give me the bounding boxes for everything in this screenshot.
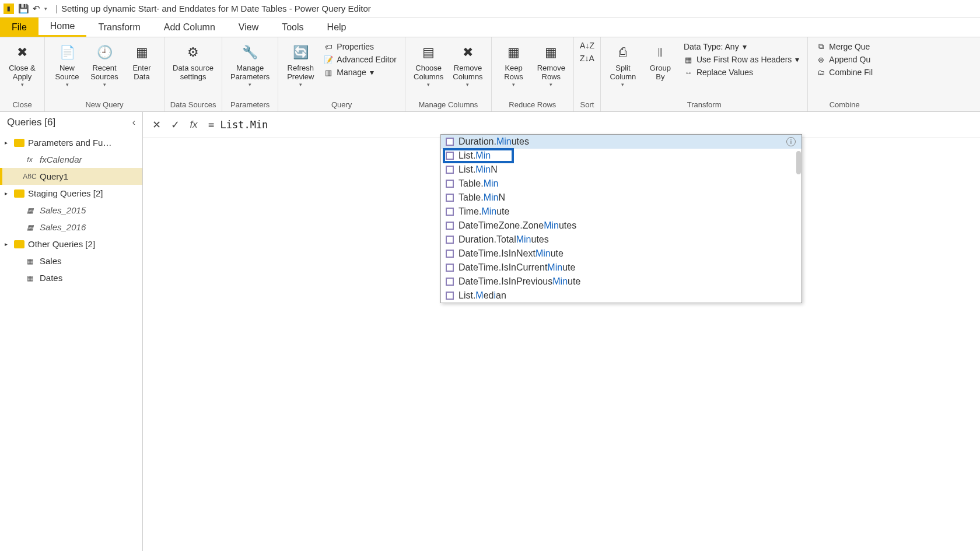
choose-columns-icon: ▤ [418,42,439,63]
function-icon [446,292,454,300]
advanced-editor-button[interactable]: 📝Advanced Editor [321,54,399,65]
tab-tools[interactable]: Tools [270,17,315,37]
group-label-manage-columns: Manage Columns [418,99,478,111]
main-area: Queries [6] ‹ ▸Parameters and Fu…fxfxCal… [0,112,980,551]
new-source-button[interactable]: 📄New Source▾ [50,40,85,90]
fx-icon[interactable]: fx [187,118,200,131]
autocomplete-item[interactable]: Table.Min [441,177,802,191]
formula-input[interactable] [206,117,973,133]
query-item[interactable]: ▦Sales_2016 [0,219,142,236]
autocomplete-item[interactable]: List.MinN [441,163,802,177]
manage-parameters-button[interactable]: 🔧Manage Parameters▾ [227,40,273,90]
function-icon [446,236,454,244]
quick-access-toolbar: 💾 ↶ ▾ [19,4,47,13]
query-type-icon: ABC [24,172,35,181]
function-icon [446,250,454,258]
cancel-formula-button[interactable]: ✕ [150,118,163,131]
refresh-preview-button[interactable]: 🔄Refresh Preview▾ [283,40,318,90]
manage-button[interactable]: ▥Manage ▾ [321,66,399,78]
tab-file[interactable]: File [0,17,38,37]
autocomplete-text: Time.Minute [459,206,509,217]
autocomplete-item[interactable]: Table.MinN [441,191,802,205]
autocomplete-item[interactable]: Duration.Minutesi [441,135,802,149]
autocomplete-text: Duration.Minutes [459,136,529,147]
properties-button[interactable]: 🏷Properties [321,41,399,52]
properties-icon: 🏷 [324,42,333,51]
query-name: Query1 [40,171,68,181]
autocomplete-item[interactable]: DateTime.IsInPreviousMinute [441,275,802,289]
query-folder[interactable]: ▸Other Queries [2] [0,236,142,252]
autocomplete-item[interactable]: DateTime.IsInNextMinute [441,247,802,261]
group-label-data-sources: Data Sources [170,99,216,111]
merge-queries-button[interactable]: ⧉Merge Que [814,41,875,52]
split-column-button[interactable]: ⎙Split Column▾ [606,40,640,90]
sort-desc-button[interactable]: Z↓A [579,52,596,64]
recent-sources-button[interactable]: 🕘Recent Sources▾ [87,40,122,90]
ribbon-group-query: 🔄Refresh Preview▾ 🏷Properties 📝Advanced … [278,37,405,111]
remove-columns-button[interactable]: ✖Remove Columns▾ [449,40,486,90]
query-item[interactable]: ▦Dates [0,269,142,286]
enter-data-button[interactable]: ▦Enter Data [124,40,159,84]
query-item[interactable]: ▦Sales_2015 [0,202,142,219]
query-item[interactable]: ▦Sales [0,252,142,269]
group-by-button[interactable]: ⫴Group By [643,40,678,84]
combine-files-button[interactable]: 🗂Combine Fil [814,66,875,78]
autocomplete-item[interactable]: List.Min [441,149,802,163]
info-icon[interactable]: i [786,137,796,146]
ribbon-group-manage-columns: ▤Choose Columns▾ ✖Remove Columns▾ Manage… [405,37,492,111]
query-item[interactable]: fxfxCalendar [0,151,142,168]
data-source-settings-button[interactable]: ⚙Data source settings [169,40,217,84]
queries-header-label: Queries [6] [7,117,55,128]
data-type-button[interactable]: Data Type: Any ▾ [681,41,802,52]
content-area: ✕ ✓ fx Duration.MinutesiList.MinList.Min… [143,112,980,551]
keep-rows-button[interactable]: ▦Keep Rows▾ [496,40,531,90]
autocomplete-text: List.MinN [459,164,498,175]
query-name: Sales_2015 [40,205,86,215]
ribbon-group-sort: A↓Z Z↓A Sort [574,37,601,111]
query-folder[interactable]: ▸Parameters and Fu… [0,134,142,151]
query-name: Sales [40,256,62,266]
tab-help[interactable]: Help [316,17,358,37]
manage-icon: ▥ [324,68,333,77]
qat-dropdown-icon[interactable]: ▾ [44,6,47,12]
append-queries-button[interactable]: ⊕Append Qu [814,54,875,65]
autocomplete-text: DateTimeZone.ZoneMinutes [459,220,576,231]
undo-icon[interactable]: ↶ [32,4,41,13]
title-bar: ▮ 💾 ↶ ▾ | Setting up dynamic Start- and … [0,0,980,17]
collapse-pane-icon[interactable]: ‹ [132,117,135,128]
expand-icon: ▸ [5,190,10,196]
autocomplete-item[interactable]: DateTimeZone.ZoneMinutes [441,219,802,233]
tab-transform[interactable]: Transform [86,17,152,37]
replace-values-button[interactable]: ↔Replace Values [681,66,802,78]
tab-add-column[interactable]: Add Column [152,17,227,37]
autocomplete-item[interactable]: DateTime.IsInCurrentMinute [441,261,802,275]
save-icon[interactable]: 💾 [19,4,28,13]
autocomplete-item[interactable]: Time.Minute [441,205,802,219]
parameters-icon: 🔧 [240,42,261,63]
tab-home[interactable]: Home [38,17,87,37]
choose-columns-button[interactable]: ▤Choose Columns▾ [410,40,447,90]
group-label-query: Query [331,99,352,111]
first-row-headers-button[interactable]: ▦Use First Row as Headers ▾ [681,54,802,65]
ribbon-group-combine: ⧉Merge Que ⊕Append Qu 🗂Combine Fil Combi… [808,37,881,111]
folder-icon [14,189,24,198]
query-folder[interactable]: ▸Staging Queries [2] [0,185,142,202]
keep-rows-icon: ▦ [503,42,524,63]
remove-columns-icon: ✖ [457,42,478,63]
remove-rows-button[interactable]: ▦Remove Rows▾ [534,40,569,90]
sort-asc-button[interactable]: A↓Z [579,40,596,51]
query-item[interactable]: ABCQuery1 [0,168,142,185]
function-icon [446,222,454,230]
autocomplete-text: List.Min [459,150,491,161]
autocomplete-text: Table.Min [459,178,498,189]
autocomplete-item[interactable]: List.Median [441,289,802,303]
remove-rows-icon: ▦ [541,42,562,63]
group-label-sort: Sort [580,99,594,111]
close-apply-button[interactable]: ✖ Close & Apply▾ [5,40,40,90]
accept-formula-button[interactable]: ✓ [169,118,181,131]
folder-icon [14,240,24,248]
folder-icon [14,139,24,147]
ribbon-group-close: ✖ Close & Apply▾ Close [0,37,45,111]
tab-view[interactable]: View [227,17,270,37]
autocomplete-item[interactable]: Duration.TotalMinutes [441,233,802,247]
